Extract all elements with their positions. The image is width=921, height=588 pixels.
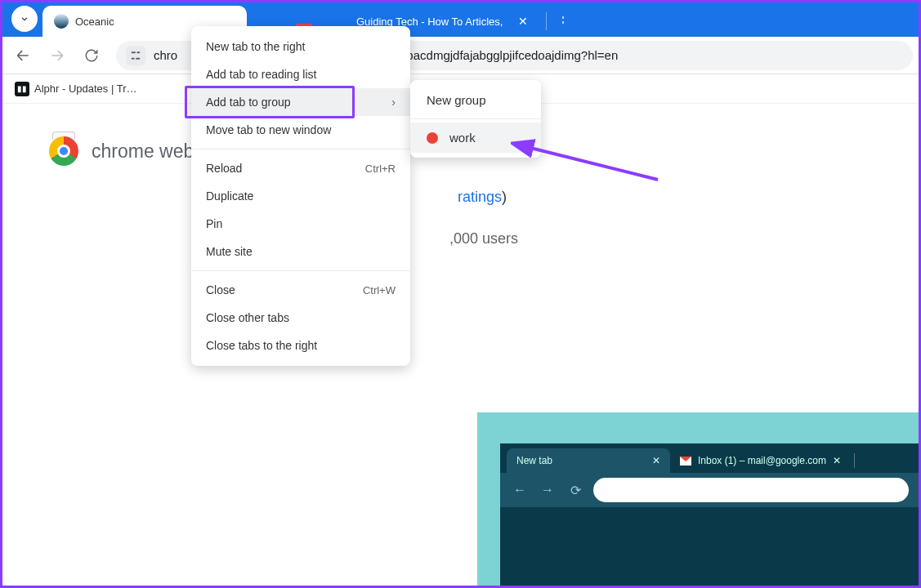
back-button[interactable] bbox=[8, 41, 38, 70]
menu-close-other[interactable]: Close other tabs bbox=[191, 304, 410, 332]
close-tab-icon[interactable]: ✕ bbox=[516, 15, 530, 28]
chrome-web-store-logo-icon bbox=[49, 136, 78, 166]
submenu-new-group[interactable]: New group bbox=[410, 85, 541, 115]
svg-rect-0 bbox=[132, 51, 136, 53]
browser-toolbar: chromewebstore.google.com/detail/oceanic… bbox=[0, 37, 921, 74]
reload-button[interactable]: ⟳ bbox=[566, 483, 585, 498]
oceanic-favicon-icon bbox=[54, 14, 69, 29]
reload-icon bbox=[84, 48, 99, 63]
bookmark-label: Alphr - Updates | Tr… bbox=[34, 82, 136, 95]
forward-button[interactable]: → bbox=[538, 483, 557, 497]
site-settings-icon[interactable] bbox=[126, 46, 145, 65]
menu-mute[interactable]: Mute site bbox=[191, 238, 410, 265]
group-color-dot-icon bbox=[427, 132, 438, 144]
menu-close-right[interactable]: Close tabs to the right bbox=[191, 332, 410, 359]
ratings-link[interactable]: ratings bbox=[458, 189, 502, 205]
submenu-separator bbox=[410, 118, 541, 119]
tab-indicator bbox=[554, 19, 603, 21]
preview-tab-gmail[interactable]: Inbox (1) – mail@google.com ✕ bbox=[670, 448, 851, 473]
chevron-down-icon bbox=[19, 13, 30, 24]
arrow-right-icon bbox=[49, 47, 65, 64]
menu-separator bbox=[191, 270, 410, 271]
preview-toolbar: ← → ⟳ bbox=[500, 473, 919, 507]
svg-rect-3 bbox=[136, 57, 140, 59]
svg-rect-2 bbox=[132, 57, 135, 59]
gmail-icon bbox=[680, 457, 691, 466]
menu-separator bbox=[191, 149, 410, 149]
tab-separator bbox=[854, 453, 855, 468]
tab-separator bbox=[546, 12, 547, 30]
menu-pin[interactable]: Pin bbox=[191, 210, 410, 238]
forward-button[interactable] bbox=[42, 41, 72, 70]
menu-add-reading-list[interactable]: Add tab to reading list bbox=[191, 60, 410, 88]
trello-icon: ▮▮ bbox=[15, 82, 29, 96]
preview-tab-newtab[interactable]: New tab ✕ bbox=[507, 448, 670, 473]
tab-context-menu: New tab to the right Add tab to reading … bbox=[191, 26, 410, 366]
bookmark-item[interactable]: ▮▮ Alphr - Updates | Tr… bbox=[10, 78, 141, 100]
preview-tab-strip: New tab ✕ Inbox (1) – mail@google.com ✕ bbox=[500, 443, 919, 473]
ratings-line: ratings) bbox=[458, 189, 872, 206]
users-count: ,000 users bbox=[449, 230, 872, 247]
close-tab-icon[interactable]: ✕ bbox=[652, 455, 660, 466]
arrow-left-icon bbox=[15, 47, 31, 64]
chevron-right-icon: › bbox=[391, 96, 396, 109]
menu-move-window[interactable]: Move tab to new window bbox=[191, 116, 410, 144]
submenu-group-work[interactable]: work bbox=[410, 122, 541, 153]
preview-window: New tab ✕ Inbox (1) – mail@google.com ✕ … bbox=[477, 412, 919, 586]
profile-button[interactable] bbox=[11, 6, 38, 32]
menu-duplicate[interactable]: Duplicate bbox=[191, 182, 410, 210]
tab-title: Oceanic bbox=[75, 16, 114, 28]
preview-address-bar[interactable] bbox=[593, 478, 909, 502]
svg-rect-1 bbox=[136, 51, 140, 53]
add-to-group-submenu: New group work bbox=[410, 80, 541, 158]
menu-close[interactable]: CloseCtrl+W bbox=[191, 276, 410, 304]
close-tab-icon[interactable]: ✕ bbox=[833, 455, 841, 466]
reload-button[interactable] bbox=[77, 41, 106, 70]
menu-new-tab-right[interactable]: New tab to the right bbox=[191, 33, 410, 60]
back-button[interactable]: ← bbox=[510, 483, 530, 497]
menu-reload[interactable]: ReloadCtrl+R bbox=[191, 154, 410, 182]
tab-strip: Oceanic Guiding Tech - How To Articles, … bbox=[0, 0, 921, 37]
menu-add-to-group[interactable]: Add tab to group › bbox=[191, 88, 410, 116]
